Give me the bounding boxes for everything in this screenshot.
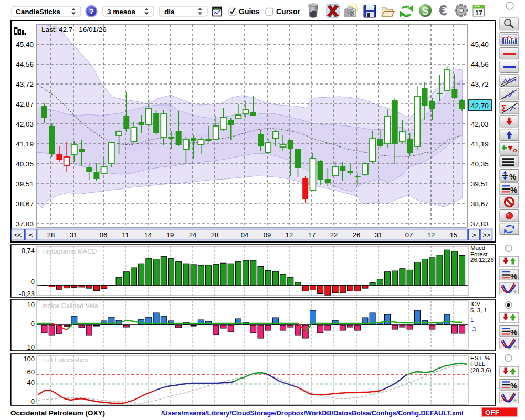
svg-text:>>: >>	[482, 232, 490, 239]
svg-text:%: %	[510, 381, 517, 390]
svg-text:-10: -10	[25, 343, 35, 351]
svg-text:<: <	[29, 232, 33, 239]
svg-text:45,40: 45,40	[16, 40, 34, 48]
svg-text:ICV: ICV	[470, 301, 481, 307]
svg-text:22: 22	[330, 231, 338, 239]
svg-text:19: 19	[166, 231, 174, 239]
svg-text:40,35: 40,35	[471, 160, 489, 168]
svg-text:39,51: 39,51	[16, 180, 34, 188]
svg-text:12: 12	[286, 231, 293, 239]
svg-text:11: 11	[122, 231, 129, 239]
svg-text:100: 100	[23, 355, 35, 363]
svg-text:-0,23: -0,23	[19, 290, 35, 298]
svg-text:%: %	[510, 185, 517, 194]
svg-text:OFF: OFF	[485, 408, 499, 416]
svg-text:Full Estocastico: Full Estocastico	[42, 356, 88, 364]
svg-text:Last: 42.7 - 16/01/26: Last: 42.7 - 16/01/26	[41, 26, 107, 34]
svg-text:42,70: 42,70	[471, 102, 489, 110]
svg-text:<<: <<	[14, 232, 22, 239]
svg-text:43,72: 43,72	[16, 80, 34, 88]
svg-text:04: 04	[241, 231, 248, 239]
svg-text:42,87: 42,87	[16, 100, 34, 108]
svg-text:Occidental Petroleum (OXY): Occidental Petroleum (OXY)	[10, 409, 105, 417]
svg-text:3 mesos: 3 mesos	[107, 8, 135, 16]
svg-text:26: 26	[353, 231, 360, 239]
svg-text:37,83: 37,83	[471, 220, 489, 228]
svg-text:12: 12	[427, 231, 435, 239]
svg-text:38,67: 38,67	[16, 200, 34, 208]
svg-text:10: 10	[27, 301, 35, 309]
svg-text:06: 06	[100, 231, 107, 239]
svg-text:15: 15	[450, 231, 457, 239]
svg-text:0,74: 0,74	[22, 247, 35, 255]
svg-text:39,51: 39,51	[471, 180, 489, 188]
svg-text:38,67: 38,67	[471, 200, 489, 208]
svg-text:44,56: 44,56	[471, 60, 489, 68]
svg-text:Indice Calidad Vela: Indice Calidad Vela	[42, 302, 98, 310]
svg-text:Cursor: Cursor	[276, 7, 300, 16]
svg-text:24: 24	[189, 231, 196, 239]
svg-text:0: 0	[31, 278, 35, 286]
svg-text:14: 14	[144, 231, 152, 239]
svg-text:?: ?	[89, 7, 93, 16]
svg-text:60: 60	[27, 368, 35, 376]
svg-text:37,83: 37,83	[16, 220, 34, 228]
svg-text:Macd: Macd	[470, 245, 485, 251]
svg-text:31: 31	[375, 231, 382, 239]
svg-text:31: 31	[70, 231, 77, 239]
svg-text:FULL: FULL	[470, 361, 486, 367]
svg-text:17: 17	[308, 231, 316, 239]
svg-text:41,19: 41,19	[16, 140, 34, 148]
svg-text:17: 17	[475, 9, 482, 17]
svg-text:40: 40	[27, 379, 35, 386]
svg-text:%: %	[509, 172, 516, 181]
svg-text:CandleSticks: CandleSticks	[16, 8, 60, 16]
svg-text:0: 0	[31, 397, 35, 405]
svg-text:0: 0	[31, 320, 35, 328]
svg-text:44,56: 44,56	[16, 60, 34, 68]
svg-text:43,72: 43,72	[471, 80, 489, 88]
svg-text:(28,3,6): (28,3,6)	[470, 367, 491, 373]
svg-text:28: 28	[47, 231, 55, 239]
svg-text:40,35: 40,35	[16, 160, 34, 168]
svg-text:42,03: 42,03	[471, 120, 489, 128]
svg-text:5, 3, 1: 5, 3, 1	[470, 307, 487, 313]
svg-text:>: >	[472, 232, 476, 239]
svg-text:-3: -3	[470, 326, 476, 332]
svg-text:Forest: Forest	[470, 251, 488, 257]
svg-text:42,03: 42,03	[16, 120, 34, 128]
svg-text:%: %	[510, 328, 517, 337]
svg-text:S: S	[422, 5, 428, 17]
svg-text:dia: dia	[164, 8, 175, 16]
svg-text:45,40: 45,40	[471, 40, 489, 48]
svg-text:€: €	[439, 3, 447, 18]
svg-text:07: 07	[405, 231, 413, 239]
svg-text:26,12,26: 26,12,26	[470, 257, 494, 263]
svg-text:41,19: 41,19	[471, 140, 489, 148]
svg-text:Guies: Guies	[239, 7, 259, 16]
svg-text:1: 1	[470, 317, 474, 323]
svg-text:/Users/mserra/Library/CloudSto: /Users/mserra/Library/CloudStorage/Dropb…	[161, 410, 463, 417]
svg-text:09: 09	[264, 231, 271, 239]
svg-text:Histograma MACD: Histograma MACD	[42, 248, 97, 255]
svg-text:%: %	[510, 271, 517, 280]
svg-text:28: 28	[211, 231, 218, 239]
